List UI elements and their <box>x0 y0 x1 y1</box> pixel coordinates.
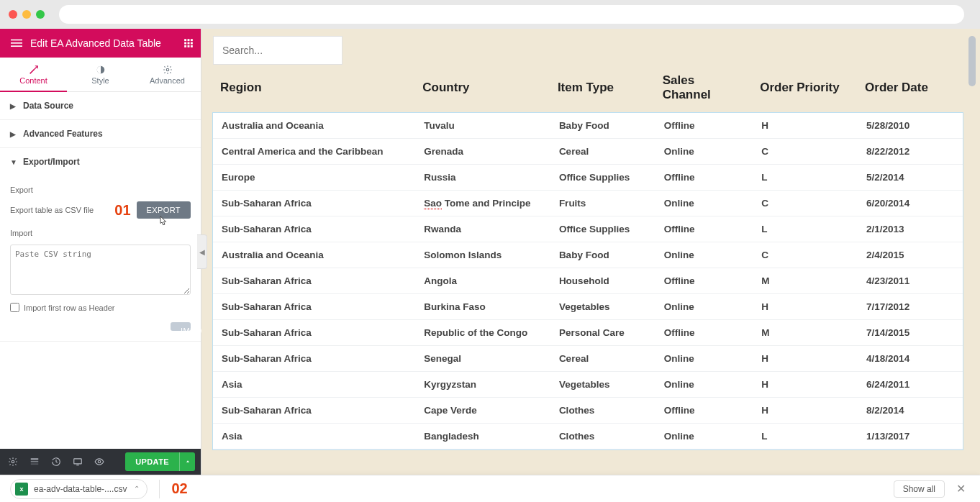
minimize-window-button[interactable] <box>22 10 31 19</box>
browser-chrome <box>0 0 980 29</box>
maximize-window-button[interactable] <box>36 10 45 19</box>
close-window-button[interactable] <box>9 10 17 19</box>
window-controls <box>9 10 45 19</box>
url-bar[interactable] <box>59 5 964 24</box>
